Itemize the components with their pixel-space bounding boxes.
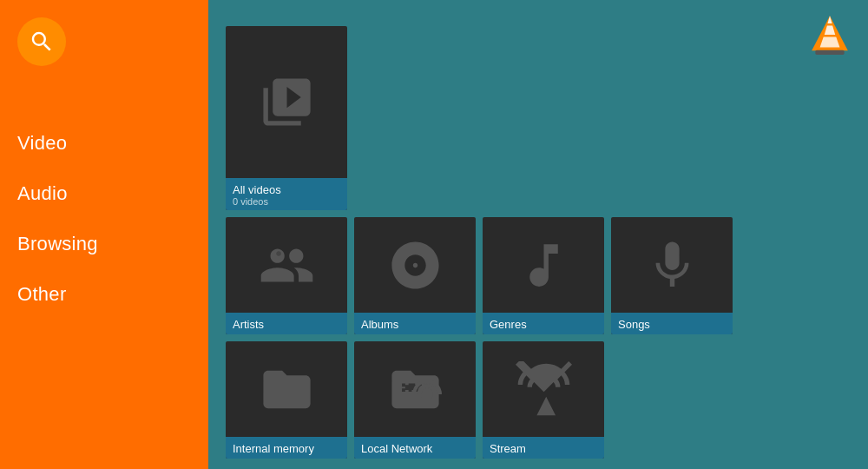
tile-label-bar-stream: Stream: [483, 437, 604, 459]
stream-icon: [516, 361, 572, 418]
tile-genres[interactable]: Genres: [483, 217, 604, 334]
vlc-logo: [807, 12, 852, 57]
tile-icon-artists: [226, 217, 347, 313]
genres-icon: [516, 237, 572, 294]
tile-internal-memory[interactable]: Internal memory: [226, 341, 347, 459]
tile-label-stream: Stream: [490, 442, 597, 455]
main-content: All videos 0 videos Artists: [208, 0, 868, 469]
svg-point-5: [276, 251, 280, 255]
albums-icon: [387, 237, 444, 294]
nav-menu: Video Audio Browsing Other: [0, 118, 208, 320]
artists-icon: [259, 237, 315, 294]
tile-label-bar-all-videos: All videos 0 videos: [226, 178, 347, 210]
tile-label-bar-local-network: Local Network: [354, 437, 476, 459]
tile-icon-all-videos: [226, 26, 347, 178]
search-button[interactable]: [17, 17, 66, 66]
tile-label-all-videos: All videos: [233, 183, 340, 196]
sidebar-item-audio[interactable]: Audio: [0, 168, 208, 219]
grid-row-1: All videos 0 videos: [226, 26, 851, 210]
tile-icon-genres: [483, 217, 604, 313]
tile-icon-local-network: [354, 341, 476, 437]
tile-label-local-network: Local Network: [361, 442, 469, 455]
grid-row-2: Artists Albums: [226, 217, 851, 334]
tile-icon-songs: [611, 217, 733, 313]
tile-label-artists: Artists: [233, 318, 340, 331]
tile-all-videos[interactable]: All videos 0 videos: [226, 26, 347, 210]
tile-label-bar-songs: Songs: [611, 313, 733, 334]
tile-label-bar-artists: Artists: [226, 313, 347, 334]
tile-label-bar-genres: Genres: [483, 313, 604, 334]
tile-local-network[interactable]: Local Network: [354, 341, 476, 459]
sidebar: Video Audio Browsing Other: [0, 0, 208, 469]
songs-icon: [644, 237, 700, 294]
svg-rect-4: [815, 50, 844, 55]
sidebar-item-other[interactable]: Other: [0, 269, 208, 320]
tile-songs[interactable]: Songs: [611, 217, 733, 334]
tile-label-bar-albums: Albums: [354, 313, 476, 334]
tile-stream[interactable]: Stream: [483, 341, 604, 459]
tile-albums[interactable]: Albums: [354, 217, 476, 334]
svg-point-6: [421, 388, 433, 400]
sidebar-item-browsing[interactable]: Browsing: [0, 219, 208, 269]
search-icon: [29, 29, 55, 55]
folder-icon: [259, 361, 315, 418]
tile-label-genres: Genres: [490, 318, 597, 331]
tile-label-albums: Albums: [361, 318, 469, 331]
tile-artists[interactable]: Artists: [226, 217, 347, 334]
tile-icon-albums: [354, 217, 476, 313]
video-stack-icon: [259, 74, 315, 130]
tile-icon-internal-memory: [226, 341, 347, 437]
tile-icon-stream: [483, 341, 604, 437]
sidebar-item-video[interactable]: Video: [0, 118, 208, 168]
tile-sublabel-all-videos: 0 videos: [233, 196, 340, 207]
tile-label-songs: Songs: [618, 318, 726, 331]
content-grid: All videos 0 videos Artists: [226, 26, 851, 459]
tile-label-bar-internal-memory: Internal memory: [226, 437, 347, 459]
tile-label-internal-memory: Internal memory: [233, 442, 340, 455]
network-folder-icon: [387, 361, 444, 418]
grid-row-3: Internal memory Local Network: [226, 341, 851, 459]
